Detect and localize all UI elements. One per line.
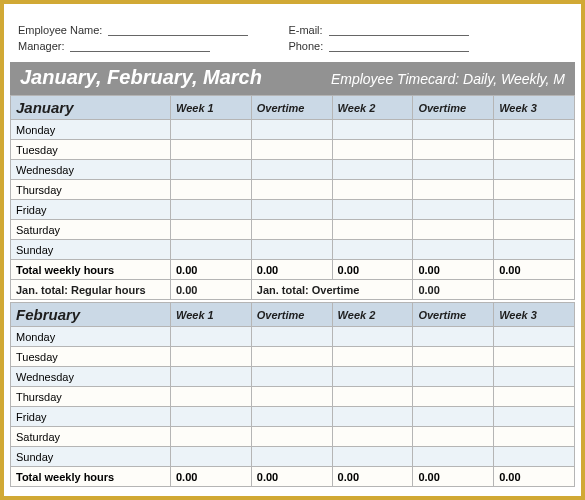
cell[interactable] <box>413 180 494 200</box>
cell[interactable] <box>332 347 413 367</box>
cell[interactable] <box>494 327 575 347</box>
cell[interactable] <box>171 200 252 220</box>
cell[interactable] <box>171 220 252 240</box>
jan-total-ot2: 0.00 <box>413 260 494 280</box>
cell[interactable] <box>332 120 413 140</box>
employee-name-input[interactable] <box>108 24 248 36</box>
cell[interactable] <box>332 387 413 407</box>
jan-weekly-totals: Total weekly hours 0.00 0.00 0.00 0.00 0… <box>11 260 575 280</box>
cell[interactable] <box>494 240 575 260</box>
cell[interactable] <box>494 120 575 140</box>
cell[interactable] <box>332 160 413 180</box>
cell[interactable] <box>171 120 252 140</box>
cell[interactable] <box>171 327 252 347</box>
phone-input[interactable] <box>329 40 469 52</box>
cell[interactable] <box>413 200 494 220</box>
cell[interactable] <box>171 240 252 260</box>
cell[interactable] <box>413 347 494 367</box>
cell[interactable] <box>251 180 332 200</box>
cell[interactable] <box>251 427 332 447</box>
cell[interactable] <box>332 367 413 387</box>
day-label: Tuesday <box>11 347 171 367</box>
employee-name-label: Employee Name: <box>18 24 102 36</box>
totals-label: Total weekly hours <box>11 260 171 280</box>
cell[interactable] <box>413 240 494 260</box>
email-input[interactable] <box>329 24 469 36</box>
cell[interactable] <box>413 367 494 387</box>
cell[interactable] <box>171 160 252 180</box>
cell[interactable] <box>171 447 252 467</box>
cell[interactable] <box>171 180 252 200</box>
cell[interactable] <box>413 120 494 140</box>
cell[interactable] <box>494 427 575 447</box>
cell[interactable] <box>332 427 413 447</box>
manager-input[interactable] <box>70 40 210 52</box>
feb-total-w2: 0.00 <box>332 467 413 487</box>
cell[interactable] <box>171 407 252 427</box>
cell[interactable] <box>413 407 494 427</box>
cell[interactable] <box>251 140 332 160</box>
cell[interactable] <box>171 367 252 387</box>
cell[interactable] <box>413 160 494 180</box>
feb-col-week2: Week 2 <box>332 303 413 327</box>
cell[interactable] <box>251 200 332 220</box>
cell[interactable] <box>251 220 332 240</box>
cell[interactable] <box>332 447 413 467</box>
day-label: Monday <box>11 327 171 347</box>
day-label: Sunday <box>11 447 171 467</box>
cell[interactable] <box>251 387 332 407</box>
cell[interactable] <box>413 220 494 240</box>
cell[interactable] <box>251 327 332 347</box>
phone-label: Phone: <box>288 40 323 52</box>
jan-regular-label: Jan. total: Regular hours <box>11 280 171 300</box>
cell[interactable] <box>494 200 575 220</box>
cell[interactable] <box>171 347 252 367</box>
cell[interactable] <box>413 387 494 407</box>
table-row: Wednesday <box>11 160 575 180</box>
cell[interactable] <box>171 387 252 407</box>
cell[interactable] <box>332 180 413 200</box>
cell[interactable] <box>171 427 252 447</box>
jan-regular-value: 0.00 <box>171 280 252 300</box>
table-row: Monday <box>11 120 575 140</box>
header-fields: Employee Name: Manager: E-mail: Phone: <box>10 10 575 62</box>
cell[interactable] <box>494 347 575 367</box>
cell[interactable] <box>494 407 575 427</box>
jan-col-ot2: Overtime <box>413 96 494 120</box>
cell[interactable] <box>251 347 332 367</box>
cell[interactable] <box>413 447 494 467</box>
cell[interactable] <box>494 367 575 387</box>
cell[interactable] <box>494 387 575 407</box>
cell[interactable] <box>494 160 575 180</box>
title-right: Employee Timecard: Daily, Weekly, M <box>331 71 565 87</box>
cell[interactable] <box>251 407 332 427</box>
cell[interactable] <box>332 240 413 260</box>
cell[interactable] <box>494 447 575 467</box>
cell[interactable] <box>251 367 332 387</box>
jan-overtime-label: Jan. total: Overtime <box>251 280 413 300</box>
cell[interactable] <box>332 140 413 160</box>
cell[interactable] <box>494 220 575 240</box>
cell[interactable] <box>251 240 332 260</box>
cell[interactable] <box>413 327 494 347</box>
cell[interactable] <box>332 200 413 220</box>
cell[interactable] <box>332 220 413 240</box>
cell[interactable] <box>494 180 575 200</box>
cell[interactable] <box>413 140 494 160</box>
day-label: Wednesday <box>11 367 171 387</box>
cell[interactable] <box>494 140 575 160</box>
cell[interactable] <box>251 447 332 467</box>
email-field: E-mail: <box>288 24 469 36</box>
cell[interactable] <box>413 427 494 447</box>
cell[interactable] <box>251 120 332 140</box>
feb-total-ot1: 0.00 <box>251 467 332 487</box>
cell[interactable] <box>332 327 413 347</box>
cell[interactable] <box>332 407 413 427</box>
feb-total-w3: 0.00 <box>494 467 575 487</box>
cell[interactable] <box>251 160 332 180</box>
feb-col-ot2: Overtime <box>413 303 494 327</box>
cell[interactable] <box>171 140 252 160</box>
jan-summary-blank <box>494 280 575 300</box>
jan-col-week2: Week 2 <box>332 96 413 120</box>
header-col-right: E-mail: Phone: <box>288 24 469 52</box>
